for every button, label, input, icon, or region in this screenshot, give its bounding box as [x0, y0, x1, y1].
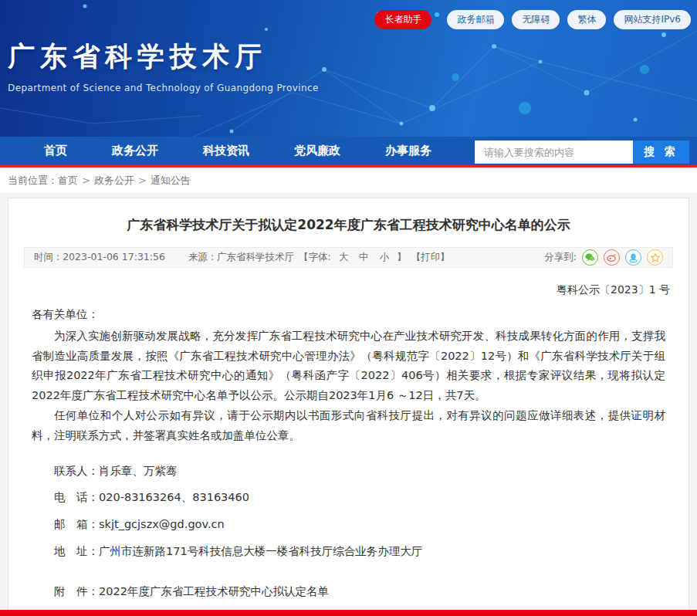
share-bar: 分享到: — [544, 249, 663, 266]
paragraph: 为深入实施创新驱动发展战略，充分发挥广东省工程技术研究中心在产业技术研究开发、科… — [32, 327, 665, 406]
contact-value: 020-83163264、83163460 — [99, 491, 249, 503]
search-box: 搜 索 — [475, 140, 689, 164]
document-number: 粤科公示〔2023〕1 号 — [27, 283, 670, 297]
header-banner: 长者助手 政务邮箱 无障碍 繁体 网站支持IPv6 广东省科学技术厅 Depar… — [0, 0, 697, 137]
gov-mail-button[interactable]: 政务邮箱 — [447, 10, 504, 29]
qq-share-icon[interactable] — [625, 249, 641, 266]
publish-time: 时间 : 2023-01-06 17:31:56 — [34, 251, 165, 264]
site-logo[interactable]: 广东省科学技术厅 Department of Science and Techn… — [8, 39, 319, 93]
contact-address-line: 地 址：广州市连新路171号科技信息大楼一楼省科技厅综合业务办理大厅 — [54, 542, 665, 562]
print-button[interactable]: 【打印】 — [411, 251, 450, 264]
contact-phone-line: 电 话：020-83163264、83163460 — [54, 488, 665, 508]
contact-label: 联系人： — [54, 465, 99, 477]
font-size-prefix: 【字体: — [299, 251, 331, 264]
wechat-share-icon[interactable] — [582, 249, 598, 266]
search-input[interactable] — [475, 140, 633, 164]
contact-value: 肖乐章、万紫骞 — [99, 465, 178, 477]
nav-item-gov-affairs[interactable]: 政务公开 — [90, 137, 181, 165]
nav-item-services[interactable]: 办事服务 — [363, 137, 454, 165]
article-meta-bar: 时间 : 2023-01-06 17:31:56 来源 : 广东省科学技术厅 【… — [24, 247, 673, 268]
contact-value: skjt_gcjszx@gd.gov.cn — [99, 518, 225, 530]
share-label: 分享到: — [544, 251, 577, 264]
nav-items: 首页 政务公开 科技资讯 党风廉政 办事服务 互动平台 — [0, 137, 545, 165]
font-size-medium[interactable]: 中 — [356, 251, 372, 264]
qzone-share-icon[interactable] — [647, 249, 663, 266]
attachment-link[interactable]: 2022年度广东省工程技术研究中心拟认定名单 — [99, 585, 329, 597]
contact-label: 邮 箱： — [54, 518, 99, 530]
site-title: 广东省科学技术厅 — [8, 39, 319, 75]
footer-red-bar — [0, 610, 697, 616]
site-subtitle: Department of Science and Technology of … — [8, 83, 319, 93]
font-size-small[interactable]: 小 — [377, 251, 393, 264]
article-card: 广东省科学技术厅关于拟认定2022年度广东省工程技术研究中心名单的公示 时间 :… — [8, 198, 689, 616]
nav-item-party-conduct[interactable]: 党风廉政 — [272, 137, 363, 165]
elder-helper-button[interactable]: 长者助手 — [374, 10, 431, 29]
page: 长者助手 政务邮箱 无障碍 繁体 网站支持IPv6 广东省科学技术厅 Depar… — [0, 0, 697, 616]
article-body: 各有关单位： 为深入实施创新驱动发展战略，充分发挥广东省工程技术研究中心在产业技… — [32, 305, 665, 602]
search-button[interactable]: 搜 索 — [633, 140, 689, 164]
font-size-suffix: 】 — [397, 251, 407, 264]
notification-dot — [435, 12, 439, 17]
breadcrumb-separator: > — [138, 174, 147, 186]
nav-item-tech-news[interactable]: 科技资讯 — [181, 137, 272, 165]
ipv6-badge[interactable]: 网站支持IPv6 — [614, 10, 691, 29]
topbar: 长者助手 政务邮箱 无障碍 繁体 网站支持IPv6 — [374, 10, 691, 29]
breadcrumb: 当前位置：首页>政务公开>通知公告 — [0, 168, 697, 193]
main-nav: 首页 政务公开 科技资讯 党风廉政 办事服务 互动平台 搜 索 — [0, 137, 697, 168]
contact-email-line: 邮 箱：skjt_gcjszx@gd.gov.cn — [54, 515, 665, 535]
breadcrumb-home[interactable]: 首页 — [58, 174, 78, 186]
attachment-label: 附 件： — [54, 585, 99, 597]
breadcrumb-gov-affairs[interactable]: 政务公开 — [94, 174, 134, 186]
nav-item-home[interactable]: 首页 — [22, 137, 90, 165]
font-size-large[interactable]: 大 — [336, 251, 352, 264]
accessibility-button[interactable]: 无障碍 — [512, 10, 560, 29]
contact-value: 广州市连新路171号科技信息大楼一楼省科技厅综合业务办理大厅 — [99, 545, 422, 557]
salutation: 各有关单位： — [32, 305, 665, 325]
article-title: 广东省科学技术厅关于拟认定2022年度广东省工程技术研究中心名单的公示 — [8, 198, 689, 247]
contact-person-line: 联系人：肖乐章、万紫骞 — [54, 462, 665, 482]
contact-label: 地 址： — [54, 545, 99, 557]
breadcrumb-prefix: 当前位置： — [8, 174, 58, 186]
contact-label: 电 话： — [54, 491, 99, 503]
article-source: 来源 : 广东省科学技术厅 — [188, 251, 294, 264]
contact-block: 联系人：肖乐章、万紫骞 电 话：020-83163264、83163460 邮 … — [32, 462, 665, 562]
meta-left: 时间 : 2023-01-06 17:31:56 来源 : 广东省科学技术厅 【… — [34, 251, 450, 264]
breadcrumb-notices[interactable]: 通知公告 — [151, 174, 191, 186]
paragraph: 任何单位和个人对公示如有异议，请于公示期内以书面形式向省科技厅提出，对有异议的问… — [32, 406, 665, 446]
traditional-chinese-button[interactable]: 繁体 — [567, 10, 606, 29]
weibo-share-icon[interactable] — [604, 249, 620, 266]
breadcrumb-separator: > — [82, 174, 90, 186]
attachment-line: 附 件：2022年度广东省工程技术研究中心拟认定名单 — [54, 582, 665, 602]
